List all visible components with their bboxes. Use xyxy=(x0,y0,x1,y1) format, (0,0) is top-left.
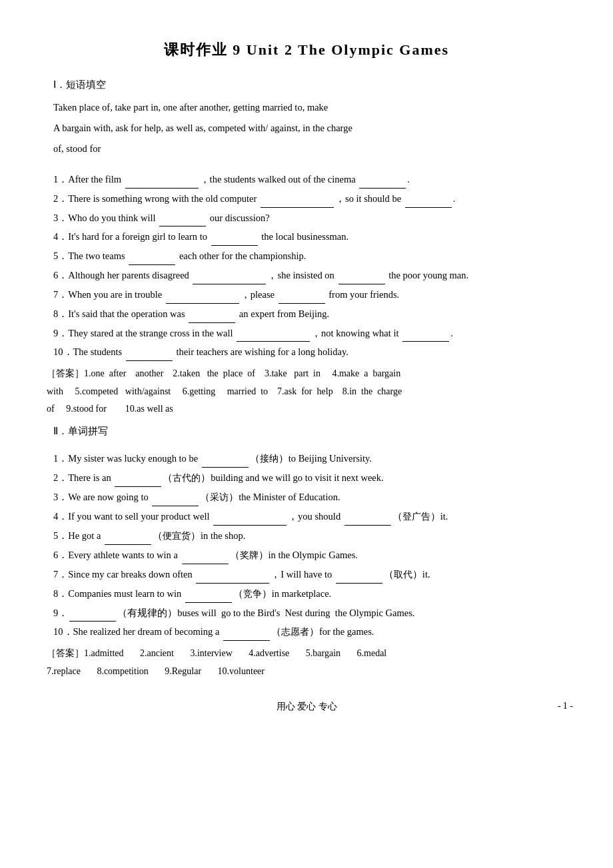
answer-block-2: ［答案］1.admitted 2.ancient 3.interview 4.a… xyxy=(47,645,573,680)
blank-6a[interactable] xyxy=(193,284,266,284)
blank2-7a[interactable] xyxy=(196,583,269,584)
chinese-4: 登广告 xyxy=(402,512,430,522)
blank-9a[interactable] xyxy=(237,341,310,342)
exercise2-10: 10．She realized her dream of becoming a … xyxy=(53,623,573,641)
exercise2-7: 7．Since my car breaks down often ，I will… xyxy=(53,566,573,584)
exercise2-5: 5．He got a （便宜货）in the shop. xyxy=(53,527,573,545)
exercise2-1: 1．My sister was lucky enough to be （接纳）t… xyxy=(53,450,573,468)
section1-title: Ⅰ．短语填空 xyxy=(53,79,573,91)
chinese-2: 古代的 xyxy=(173,473,201,483)
blank2-8[interactable] xyxy=(185,602,232,603)
phrase-line-2: A bargain with, ask for help, as well as… xyxy=(53,119,573,138)
blank-5[interactable] xyxy=(129,264,175,265)
blank-2a[interactable] xyxy=(261,207,334,208)
blank2-7b[interactable] xyxy=(336,583,382,584)
blank-7a[interactable] xyxy=(166,303,239,304)
chinese-1: 接纳 xyxy=(260,454,279,464)
exercise2-6: 6．Every athlete wants to win a （奖牌）in th… xyxy=(53,546,573,564)
footer-center: 用心 爱心 专心 xyxy=(277,701,337,711)
footer-page-number: - 1 - xyxy=(558,701,573,711)
exercise2-2: 2．There is an （古代的）building and we will … xyxy=(53,469,573,487)
exercise-3: 3．Who do you think will our discussion? xyxy=(53,209,573,227)
exercise-1: 1．After the film ，the students walked ou… xyxy=(53,171,573,189)
blank-3[interactable] xyxy=(159,226,206,226)
exercise-2: 2．There is something wrong with the old … xyxy=(53,190,573,208)
chinese-10: 志愿者 xyxy=(281,627,309,637)
blank-1b[interactable] xyxy=(359,188,406,189)
exercises-section1: 1．After the film ，the students walked ou… xyxy=(40,171,573,361)
exercise2-3: 3．We are now going to （采访）the Minister o… xyxy=(53,488,573,506)
section2-title: Ⅱ．单词拼写 xyxy=(53,425,573,438)
chinese-3: 采访 xyxy=(210,492,229,502)
blank-9b[interactable] xyxy=(402,341,449,342)
blank2-4b[interactable] xyxy=(344,525,391,526)
answer-block-1: ［答案］1.one after another 2.taken the plac… xyxy=(47,365,573,418)
exercise-5: 5．The two teams each other for the champ… xyxy=(53,247,573,265)
phrase-line-1: Taken place of, take part in, one after … xyxy=(53,98,573,117)
chinese-8: 竞争 xyxy=(243,589,262,599)
chinese-7: 取代 xyxy=(394,570,412,580)
blank-1a[interactable] xyxy=(125,188,199,189)
exercise2-4: 4．If you want to sell your product well … xyxy=(53,508,573,526)
exercise-9: 9．They stared at the strange cross in th… xyxy=(53,324,573,342)
exercise-7: 7．When you are in trouble ，please from y… xyxy=(53,286,573,304)
blank2-6[interactable] xyxy=(182,564,229,564)
page-title: 课时作业 9 Unit 2 The Olympic Games xyxy=(40,40,573,60)
blank2-5[interactable] xyxy=(105,544,151,545)
exercise-10: 10．The students their teachers are wishi… xyxy=(53,343,573,361)
phrase-line-3: of, stood for xyxy=(53,139,573,159)
exercise2-9: 9．（有规律的）buses will go to the Bird's Nest… xyxy=(53,604,573,622)
blank2-1[interactable] xyxy=(202,467,249,468)
blank-10[interactable] xyxy=(126,360,173,361)
blank2-2[interactable] xyxy=(115,486,161,487)
blank-8[interactable] xyxy=(189,322,235,323)
exercise2-8: 8．Companies must learn to win （竞争）in mar… xyxy=(53,585,573,603)
chinese-5: 便宜货 xyxy=(163,531,191,541)
blank2-10[interactable] xyxy=(223,640,270,641)
blank-7b[interactable] xyxy=(279,303,325,304)
blank2-9[interactable] xyxy=(69,621,116,622)
exercise-8: 8．It's said that the operation was an ex… xyxy=(53,305,573,323)
footer: 用心 爱心 专心 - 1 - xyxy=(40,701,573,713)
blank-4[interactable] xyxy=(211,245,258,246)
blank-2b[interactable] xyxy=(405,207,452,208)
exercise-6: 6．Although her parents disagreed ，she in… xyxy=(53,266,573,284)
blank2-4a[interactable] xyxy=(213,525,287,526)
blank-6b[interactable] xyxy=(338,284,385,284)
blank2-3[interactable] xyxy=(152,506,199,506)
exercises-section2: 1．My sister was lucky enough to be （接纳）t… xyxy=(40,450,573,642)
chinese-6: 奖牌 xyxy=(240,550,259,560)
exercise-4: 4．It's hard for a foreign girl to learn … xyxy=(53,228,573,246)
